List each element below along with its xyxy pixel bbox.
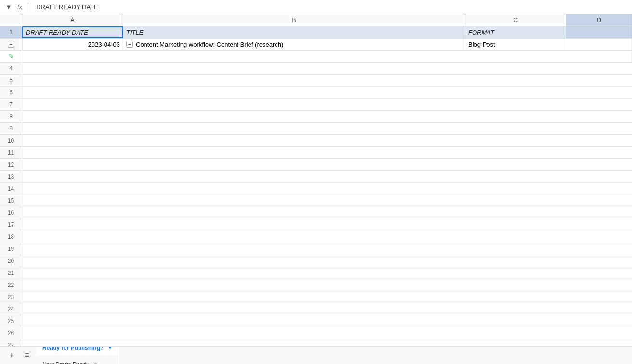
empty-cells-13[interactable] [22,171,632,182]
row-num-5: 5 [0,75,22,86]
row-3: ✎ [0,51,632,63]
data-row-2: − 2023-04-03 − Content Marketing workflo… [0,39,632,51]
cell-c2[interactable]: Blog Post [465,39,566,50]
sheet-menu-btn[interactable]: ≡ [21,350,33,361]
row-5: 5 [0,75,632,87]
col-header-b[interactable]: B [123,14,465,26]
cell-d1[interactable] [566,26,632,38]
row-4: 4 [0,63,632,75]
row-9: 9 [0,123,632,135]
empty-cells-20[interactable] [22,255,632,267]
column-headers: A B C D [0,14,632,26]
empty-cells-12[interactable] [22,159,632,170]
row-10: 10 [0,135,632,147]
row-25: 25 [0,315,632,327]
row-num-2: − [0,39,22,50]
row-num-10: 10 [0,135,22,146]
row-num-9: 9 [0,123,22,134]
tab-bar: + ≡ Pending optimization ▼ Published ▼ R… [0,346,632,364]
fx-label: fx [17,3,22,11]
empty-cells-7[interactable] [22,99,632,110]
row-num-18: 18 [0,231,22,243]
formula-bar-separator [28,3,28,12]
empty-cells-6[interactable] [22,87,632,98]
row-num-13: 13 [0,171,22,182]
pencil-icon[interactable]: ✎ [7,52,15,61]
empty-cells-21[interactable] [22,267,632,279]
empty-cells-27[interactable] [22,339,632,346]
cell-c1[interactable]: FORMAT [465,26,566,38]
row-13: 13 [0,171,632,183]
cell-d2[interactable] [566,39,632,50]
tab-dropdown-ready[interactable]: ▼ [106,346,113,351]
empty-cells-18[interactable] [22,231,632,243]
row-num-16: 16 [0,207,22,219]
empty-cells-4[interactable] [22,63,632,74]
empty-rows: 4 5 6 7 8 9 10 11 12 13 14 15 16 17 [0,63,632,346]
empty-cells-11[interactable] [22,147,632,158]
empty-cells-16[interactable] [22,207,632,219]
empty-cells-9[interactable] [22,123,632,134]
tab-label-ready: Ready for Publishing? [42,346,104,351]
row-27: 27 [0,339,632,346]
row-21: 21 [0,267,632,279]
empty-cells-5[interactable] [22,75,632,86]
row-num-1: 1 [0,26,22,38]
row-num-3: ✎ [0,51,22,62]
row-num-11: 11 [0,147,22,158]
empty-cells-24[interactable] [22,303,632,315]
row-19: 19 [0,243,632,255]
tab-dropdown-new-drafts[interactable]: ▼ [92,361,99,364]
row-26: 26 [0,327,632,339]
row-num-27: 27 [0,339,22,346]
row-11: 11 [0,147,632,159]
row-7: 7 [0,99,632,111]
row-num-24: 24 [0,303,22,315]
cell-b1[interactable]: TITLE [123,26,465,38]
cell-b2[interactable]: − Content Marketing workflow: Content Br… [123,39,465,50]
grid-body: 1 DRAFT READY DATE TITLE FORMAT − 2023-0… [0,26,632,346]
row-24: 24 [0,303,632,315]
row-num-25: 25 [0,315,22,327]
row-22: 22 [0,279,632,291]
row-15: 15 [0,195,632,207]
empty-cells-15[interactable] [22,195,632,207]
spreadsheet: A B C D 1 DRAFT READY DATE TITLE FORMAT … [0,14,632,346]
row-num-23: 23 [0,291,22,303]
add-sheet-btn[interactable]: + [6,350,17,361]
tab-new-drafts[interactable]: New Drafts Ready ▼ [37,355,119,364]
row-16: 16 [0,207,632,219]
empty-cells-23[interactable] [22,291,632,303]
row-num-17: 17 [0,219,22,231]
row-17: 17 [0,219,632,231]
col-header-c[interactable]: C [465,14,566,26]
empty-cells-22[interactable] [22,279,632,291]
empty-cells-26[interactable] [22,327,632,339]
empty-cells-14[interactable] [22,183,632,195]
row-num-12: 12 [0,159,22,170]
formula-bar-content[interactable]: DRAFT READY DATE [32,3,628,11]
row-6: 6 [0,87,632,99]
tab-label-new-drafts: New Drafts Ready [42,361,89,364]
col-header-a[interactable]: A [22,14,123,26]
row-num-6: 6 [0,87,22,98]
empty-cells-10[interactable] [22,135,632,146]
empty-cells-8[interactable] [22,111,632,122]
cell-a1[interactable]: DRAFT READY DATE [22,26,123,38]
row-collapse-btn-b2[interactable]: − [126,41,133,48]
row-num-header [0,14,22,26]
cell-b3[interactable] [22,51,632,62]
tabs-container: Pending optimization ▼ Published ▼ Ready… [37,346,119,364]
row-8: 8 [0,111,632,123]
col-header-d[interactable]: D [566,14,632,26]
row-num-22: 22 [0,279,22,291]
cell-reference-dropdown[interactable]: ▼ [4,2,13,12]
tab-ready[interactable]: Ready for Publishing? ▼ [37,346,119,355]
row-12: 12 [0,159,632,171]
row-num-21: 21 [0,267,22,279]
empty-cells-19[interactable] [22,243,632,255]
empty-cells-17[interactable] [22,219,632,231]
row-collapse-btn-2[interactable]: − [8,41,14,48]
cell-a2[interactable]: 2023-04-03 [22,39,123,50]
empty-cells-25[interactable] [22,315,632,327]
